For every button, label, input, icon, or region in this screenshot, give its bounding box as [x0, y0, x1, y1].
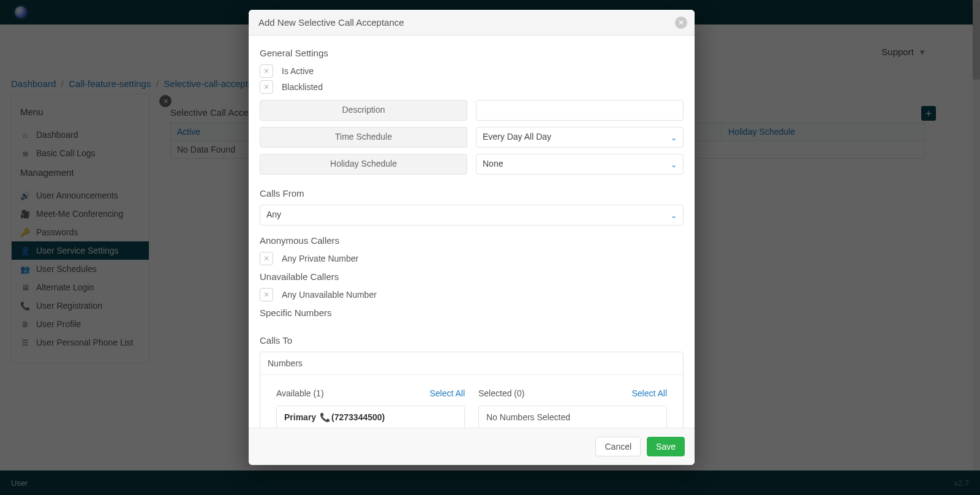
modal-body: General Settings ✕ Is Active ✕ Blacklist… [249, 36, 695, 428]
blacklisted-checkbox[interactable]: ✕ [260, 80, 273, 94]
holiday-schedule-select[interactable]: None ⌄ [476, 154, 684, 175]
chevron-down-icon: ⌄ [671, 134, 677, 142]
chevron-down-icon: ⌄ [671, 161, 677, 169]
call-icon: 📞 [320, 412, 330, 422]
holiday-schedule-value: None [483, 159, 503, 168]
is-active-label: Is Active [282, 66, 314, 76]
modal-close-button[interactable]: ✕ [675, 17, 687, 29]
available-number-prefix: Primary [284, 412, 316, 422]
section-calls-to: Calls To [260, 335, 684, 346]
calls-from-value: Any [266, 210, 281, 219]
modal-footer: Cancel Save [249, 428, 695, 465]
section-specific-numbers: Specific Numbers [260, 308, 684, 318]
is-active-checkbox[interactable]: ✕ [260, 64, 273, 78]
available-heading: Available (1) [276, 388, 324, 398]
modal-title: Add New Selective Call Acceptance [258, 17, 404, 28]
save-button[interactable]: Save [647, 437, 685, 456]
any-private-label: Any Private Number [282, 254, 358, 263]
selected-column: Selected (0) Select All No Numbers Selec… [478, 388, 667, 428]
any-unavailable-label: Any Unavailable Number [282, 290, 377, 300]
calls-from-select[interactable]: Any ⌄ [260, 205, 684, 225]
time-schedule-label: Time Schedule [260, 127, 467, 148]
selected-select-all[interactable]: Select All [631, 388, 667, 398]
cancel-button[interactable]: Cancel [595, 437, 641, 456]
available-number-item[interactable]: Primary 📞(7273344500) [276, 406, 465, 428]
available-column: Available (1) Select All Primary 📞(72733… [276, 388, 465, 428]
description-label: Description [260, 100, 467, 121]
numbers-panel: Numbers Available (1) Select All Primary… [260, 352, 684, 428]
selected-empty-item: No Numbers Selected [478, 406, 667, 428]
modal: Add New Selective Call Acceptance ✕ Gene… [249, 10, 695, 465]
section-calls-from: Calls From [260, 188, 684, 198]
holiday-schedule-label: Holiday Schedule [260, 154, 467, 175]
modal-header: Add New Selective Call Acceptance ✕ [249, 10, 695, 36]
close-icon: ✕ [678, 18, 684, 27]
selected-heading: Selected (0) [478, 388, 524, 398]
time-schedule-value: Every Day All Day [483, 132, 551, 142]
time-schedule-select[interactable]: Every Day All Day ⌄ [476, 127, 684, 148]
description-input[interactable] [476, 100, 684, 121]
section-general: General Settings [260, 48, 684, 58]
section-anon-callers: Anonymous Callers [260, 235, 684, 246]
chevron-down-icon: ⌄ [671, 211, 677, 220]
available-select-all[interactable]: Select All [429, 388, 465, 398]
numbers-heading: Numbers [260, 352, 683, 375]
any-private-checkbox[interactable]: ✕ [260, 252, 273, 265]
available-number-value: (7273344500) [331, 412, 385, 422]
blacklisted-label: Blacklisted [282, 82, 323, 92]
any-unavailable-checkbox[interactable]: ✕ [260, 288, 273, 301]
section-unavail-callers: Unavailable Callers [260, 271, 684, 282]
